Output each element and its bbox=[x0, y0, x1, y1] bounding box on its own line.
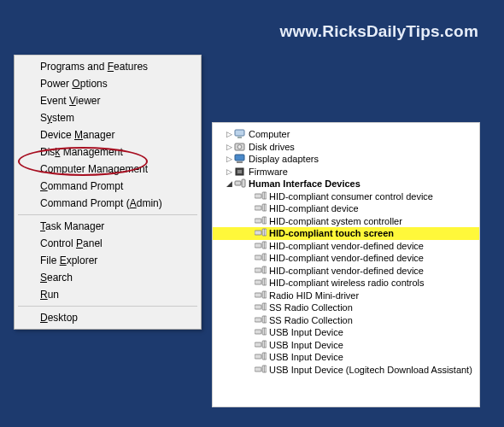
tree-device-node[interactable]: USB Input Device bbox=[213, 326, 479, 339]
tree-category[interactable]: ▷Disk drives bbox=[213, 141, 479, 154]
hid-device-icon bbox=[255, 340, 267, 350]
tree-node-label: Display adapters bbox=[247, 153, 319, 165]
tree-icon-slot bbox=[254, 253, 267, 263]
ctx-menu-item[interactable]: Power Options bbox=[16, 75, 199, 92]
hid-device-icon bbox=[255, 266, 267, 276]
firmware-icon bbox=[234, 167, 246, 177]
tree-node-label: Radio HID Mini-driver bbox=[267, 290, 359, 301]
tree-node-label: HID-compliant vendor-defined device bbox=[267, 265, 424, 277]
winx-context-menu: Programs and FeaturesPower OptionsEvent … bbox=[14, 55, 202, 330]
tree-node-label: HID-compliant touch screen bbox=[267, 227, 394, 239]
tree-icon-slot bbox=[254, 302, 267, 313]
menu-separator bbox=[18, 306, 197, 307]
tree-node-label: HID-compliant vendor-defined device bbox=[267, 240, 424, 252]
tree-icon-slot bbox=[254, 290, 267, 301]
hid-device-icon bbox=[255, 228, 267, 238]
computer-icon bbox=[234, 129, 246, 139]
tree-device-node[interactable]: USB Input Device bbox=[213, 351, 479, 364]
tree-icon-slot bbox=[254, 191, 267, 202]
ctx-menu-item[interactable]: Event Viewer bbox=[16, 92, 199, 109]
ctx-menu-item[interactable]: Control Panel bbox=[16, 235, 199, 252]
ctx-menu-item[interactable]: Command Prompt (Admin) bbox=[16, 195, 199, 212]
hid-device-icon bbox=[255, 241, 267, 251]
tree-icon-slot bbox=[233, 142, 247, 152]
ctx-menu-item[interactable]: Device Manager bbox=[16, 126, 199, 143]
tree-twisty-icon[interactable]: ◢ bbox=[225, 178, 233, 190]
tree-twisty-icon[interactable]: ▷ bbox=[225, 141, 233, 153]
tree-device-node[interactable]: USB Input Device bbox=[213, 339, 479, 352]
tree-device-node[interactable]: HID-compliant vendor-defined device bbox=[213, 265, 479, 278]
tree-category[interactable]: ▷Display adapters bbox=[213, 153, 479, 166]
tree-icon-slot bbox=[254, 278, 267, 288]
tree-node-label: Human Interface Devices bbox=[247, 178, 360, 190]
tree-node-label: USB Input Device bbox=[267, 351, 343, 363]
tree-device-node[interactable]: HID-compliant vendor-defined device bbox=[213, 240, 479, 253]
hid-device-icon bbox=[255, 290, 267, 301]
tree-device-node[interactable]: HID-compliant touch screen bbox=[213, 227, 479, 240]
tree-category[interactable]: ◢Human Interface Devices bbox=[213, 178, 479, 190]
tree-node-label: HID-compliant wireless radio controls bbox=[267, 277, 425, 289]
tree-icon-slot bbox=[254, 340, 267, 350]
tree-category[interactable]: ▷Computer bbox=[213, 128, 479, 141]
tree-device-node[interactable]: Radio HID Mini-driver bbox=[213, 290, 479, 302]
tree-node-label: SS Radio Collection bbox=[267, 301, 353, 313]
tree-device-node[interactable]: HID-compliant system controller bbox=[213, 215, 479, 228]
device-manager-tree: ▷Computer▷Disk drives▷Display adapters▷F… bbox=[212, 122, 480, 407]
ctx-menu-item[interactable]: Programs and Features bbox=[16, 58, 199, 75]
tree-icon-slot bbox=[254, 228, 267, 238]
tree-icon-slot bbox=[254, 352, 267, 362]
tree-device-node[interactable]: HID-compliant device bbox=[213, 202, 479, 215]
tree-icon-slot bbox=[254, 241, 267, 251]
tree-device-node[interactable]: USB Input Device (Logitech Download Assi… bbox=[213, 364, 479, 377]
ctx-menu-item[interactable]: Desktop bbox=[16, 309, 199, 326]
hid-device-icon bbox=[255, 352, 267, 362]
tree-twisty-icon[interactable]: ▷ bbox=[225, 166, 233, 178]
hid-device-icon bbox=[255, 365, 267, 375]
hid-device-icon bbox=[255, 203, 267, 214]
tree-twisty-icon[interactable]: ▷ bbox=[225, 153, 233, 165]
ctx-menu-item[interactable]: Search bbox=[16, 269, 199, 286]
tree-icon-slot bbox=[233, 178, 247, 189]
ctx-menu-item[interactable]: Run bbox=[16, 286, 199, 303]
hid-icon bbox=[234, 178, 246, 189]
tree-node-label: SS Radio Collection bbox=[267, 314, 353, 326]
ctx-menu-item[interactable]: System bbox=[16, 109, 199, 126]
ctx-menu-item[interactable]: Task Manager bbox=[16, 218, 199, 235]
tree-node-label: HID-compliant device bbox=[267, 202, 359, 214]
ctx-menu-item[interactable]: Computer Management bbox=[16, 161, 199, 178]
tree-icon-slot bbox=[254, 315, 267, 325]
hid-device-icon bbox=[255, 216, 267, 226]
tree-device-node[interactable]: HID-compliant vendor-defined device bbox=[213, 252, 479, 265]
tree-icon-slot bbox=[254, 216, 267, 226]
tree-device-node[interactable]: SS Radio Collection bbox=[213, 314, 479, 327]
tree-node-label: Computer bbox=[247, 128, 290, 140]
ctx-menu-item[interactable]: Command Prompt bbox=[16, 178, 199, 195]
hid-device-icon bbox=[255, 327, 267, 337]
tree-device-node[interactable]: HID-compliant consumer control device bbox=[213, 190, 479, 203]
tree-node-label: Disk drives bbox=[247, 141, 295, 153]
hid-device-icon bbox=[255, 253, 267, 263]
tree-icon-slot bbox=[233, 154, 247, 164]
hid-device-icon bbox=[255, 278, 267, 288]
ctx-menu-item[interactable]: File Explorer bbox=[16, 252, 199, 269]
tree-node-label: HID-compliant consumer control device bbox=[267, 190, 433, 202]
hid-device-icon bbox=[255, 302, 267, 313]
tree-node-label: Firmware bbox=[247, 166, 288, 178]
tree-device-node[interactable]: SS Radio Collection bbox=[213, 301, 479, 314]
tree-device-node[interactable]: HID-compliant wireless radio controls bbox=[213, 277, 479, 290]
menu-separator bbox=[18, 214, 197, 215]
hid-device-icon bbox=[255, 315, 267, 325]
tree-node-label: HID-compliant vendor-defined device bbox=[267, 252, 424, 264]
tree-node-label: USB Input Device (Logitech Download Assi… bbox=[267, 364, 472, 376]
watermark-text: www.RicksDailyTips.com bbox=[280, 22, 478, 41]
tree-icon-slot bbox=[254, 203, 267, 214]
tree-node-label: HID-compliant system controller bbox=[267, 215, 402, 227]
ctx-menu-item[interactable]: Disk Management bbox=[16, 143, 199, 161]
disk-icon bbox=[234, 142, 246, 152]
tree-icon-slot bbox=[254, 365, 267, 375]
hid-device-icon bbox=[255, 191, 267, 202]
tree-twisty-icon[interactable]: ▷ bbox=[225, 128, 233, 140]
tree-category[interactable]: ▷Firmware bbox=[213, 166, 479, 178]
tree-icon-slot bbox=[254, 327, 267, 337]
tree-icon-slot bbox=[233, 167, 247, 177]
